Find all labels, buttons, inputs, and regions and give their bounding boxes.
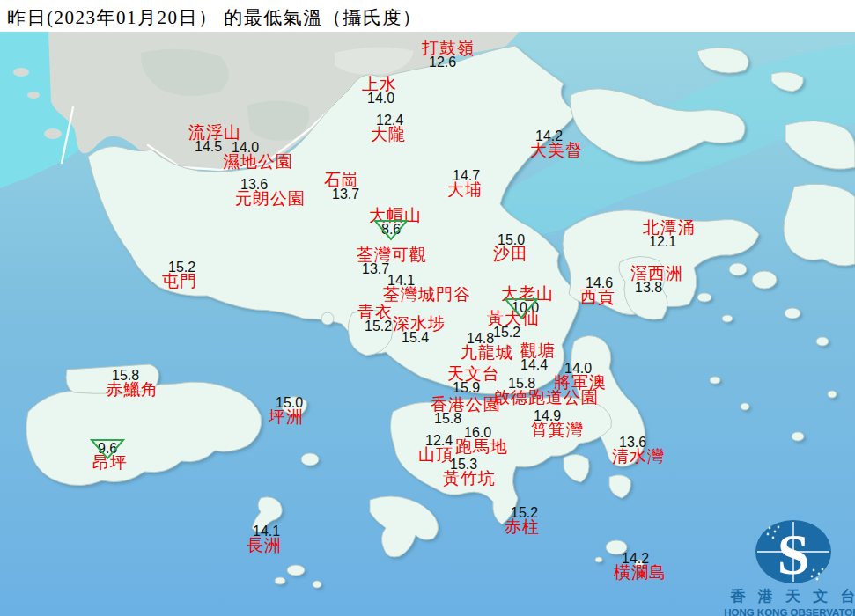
station-18: 14.8九龍城 — [461, 332, 513, 360]
station-label: 跑馬地 — [455, 439, 508, 454]
station-value: 14.1 — [387, 273, 415, 288]
station-value: 12.4 — [376, 113, 403, 128]
station-10: 15.0沙田 — [493, 233, 528, 261]
station-value: 13.7 — [332, 187, 359, 202]
station-value: 16.0 — [464, 425, 491, 440]
station-34: 9.6昂坪 — [92, 442, 128, 470]
station-label: 上水 — [362, 77, 397, 92]
station-30: 13.6清水灣 — [612, 436, 665, 464]
station-4: 14.0濕地公園 — [223, 141, 293, 169]
station-label: 濕地公園 — [223, 154, 293, 169]
station-value: 12.6 — [429, 55, 456, 70]
station-13: 14.1荃灣城門谷 — [383, 274, 471, 302]
hko-logo-name-en: HONG KONG OBSERVATORY — [722, 607, 855, 616]
station-value: 14.9 — [534, 408, 561, 423]
station-value: 15.2 — [511, 505, 538, 520]
station-value: 14.2 — [622, 551, 649, 566]
station-24: 15.8啟德跑道公園 — [493, 377, 599, 405]
station-19: 觀塘14.4 — [520, 343, 556, 371]
station-label: 滘西洲 — [630, 266, 683, 281]
station-value: 14.4 — [520, 357, 548, 372]
station-label: 打鼓嶺 — [422, 40, 475, 55]
station-value: 12.4 — [425, 433, 453, 448]
station-label: 元朗公園 — [235, 191, 306, 206]
station-label: 青衣 — [357, 304, 393, 319]
station-2: 12.4大隴 — [371, 114, 406, 142]
station-label: 赤鱲角 — [106, 382, 158, 397]
station-label: 北潭涌 — [643, 220, 696, 235]
station-label: 黃大仙 — [487, 311, 540, 326]
hko-logo-captions: 香 港 天 文 台 HONG KONG OBSERVATORY — [722, 517, 855, 616]
station-value: 15.2 — [365, 319, 392, 334]
station-value: 15.2 — [168, 260, 195, 275]
station-label: 屯門 — [162, 274, 197, 289]
station-value: 14.2 — [535, 128, 563, 143]
station-value: 14.6 — [586, 275, 613, 290]
station-35: 14.1長洲 — [247, 524, 282, 553]
station-value: 14.0 — [564, 361, 592, 376]
min-temp-triangle-icon — [373, 218, 409, 242]
station-label: 觀塘 — [520, 343, 556, 358]
station-label: 香港公園 — [431, 397, 501, 412]
station-27: 16.0跑馬地 — [455, 426, 508, 454]
station-value: 15.0 — [498, 232, 525, 247]
station-label: 坪洲 — [269, 409, 304, 424]
station-22: 天文台15.9 — [447, 366, 500, 394]
station-label: 大隴 — [371, 127, 406, 142]
station-value: 14.7 — [453, 168, 480, 183]
station-37: 14.2橫瀾島 — [614, 552, 667, 580]
station-value: 15.3 — [450, 457, 477, 472]
station-value: 15.0 — [276, 395, 303, 410]
station-5: 13.6元朗公園 — [235, 178, 306, 206]
station-label: 九龍城 — [461, 345, 513, 360]
station-12: 荃灣可觀13.7 — [357, 247, 427, 275]
station-value: 14.1 — [253, 524, 280, 539]
station-label: 西貢 — [580, 290, 615, 304]
station-label: 天文台 — [447, 366, 500, 381]
station-33: 15.0坪洲 — [269, 396, 304, 424]
station-value: 12.1 — [649, 234, 676, 249]
station-label: 黃竹坑 — [443, 471, 496, 486]
station-value: 14.5 — [195, 139, 222, 154]
station-29: 15.3黃竹坑 — [443, 458, 496, 486]
station-label: 荃灣可觀 — [357, 247, 427, 262]
station-label: 流浮山 — [188, 125, 241, 140]
station-value: 13.6 — [240, 177, 268, 192]
station-value: 15.8 — [508, 376, 535, 391]
hko-logo-name-zh: 香 港 天 文 台 — [722, 586, 855, 606]
min-temp-triangle-icon — [90, 437, 125, 461]
station-value: 14.0 — [367, 91, 394, 106]
station-25: 香港公園15.8 — [431, 397, 501, 425]
station-32: 15.8赤鱲角 — [106, 369, 158, 397]
station-label: 橫瀾島 — [614, 565, 667, 580]
station-value: 14.8 — [467, 331, 494, 346]
station-21: 滘西洲13.8 — [630, 266, 683, 294]
station-14: 青衣15.2 — [357, 304, 393, 333]
station-36: 15.2赤柱 — [505, 506, 540, 534]
station-label: 沙田 — [493, 246, 528, 261]
weather-map-screen: S 昨日(2023年01月20日） 的最低氣溫（攝氏度） 打鼓嶺12.6上水14… — [0, 0, 855, 616]
station-1: 上水14.0 — [362, 77, 397, 105]
station-20: 14.6西貢 — [580, 276, 615, 304]
station-31: 15.2屯門 — [162, 260, 197, 289]
station-label: 深水埗 — [393, 316, 446, 331]
station-label: 大埔 — [447, 182, 483, 197]
station-label: 清水灣 — [612, 449, 665, 464]
station-label: 大美督 — [530, 143, 583, 158]
station-value: 15.8 — [434, 411, 461, 426]
station-value: 13.6 — [619, 435, 646, 450]
station-26: 14.9筲箕灣 — [531, 409, 584, 437]
station-7: 14.7大埔 — [447, 169, 483, 197]
station-value: 14.0 — [232, 140, 259, 155]
station-label: 長洲 — [247, 538, 282, 553]
station-15: 深水埗15.4 — [393, 316, 446, 344]
station-11: 大帽山8.6 — [369, 208, 422, 236]
station-value: 13.8 — [635, 280, 662, 295]
station-0: 打鼓嶺12.6 — [422, 40, 475, 69]
station-label: 石崗 — [324, 172, 359, 187]
station-9: 北潭涌12.1 — [643, 220, 696, 248]
station-value: 15.4 — [402, 330, 429, 345]
station-label: 赤柱 — [505, 519, 540, 534]
station-label: 筲箕灣 — [531, 422, 584, 437]
station-label: 荃灣城門谷 — [383, 287, 471, 302]
